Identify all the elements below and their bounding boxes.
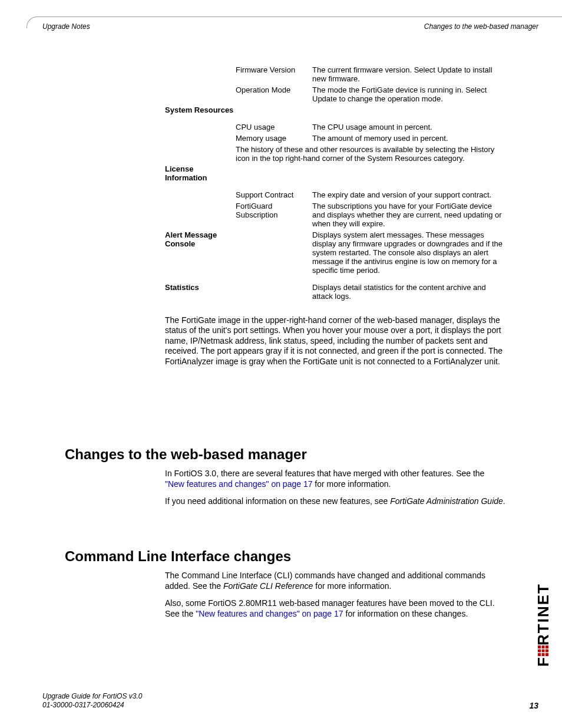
table-row: Operation Mode The mode the FortiGate de…: [165, 85, 506, 105]
header-right: Changes to the web-based manager: [424, 22, 538, 31]
text: for more information.: [312, 479, 391, 489]
text: .: [503, 496, 505, 506]
fortinet-logo: FRTINET: [535, 566, 551, 684]
section2-p2: Also, some FortiOS 2.80MR11 web-based ma…: [165, 598, 506, 619]
heading-license-info: License Information: [165, 164, 236, 184]
table-row: The history of these and other resources…: [165, 144, 506, 164]
label-firmware-version: Firmware Version: [236, 65, 312, 85]
text: for information on these changes.: [343, 609, 468, 618]
text: If you need additional information on th…: [165, 496, 390, 506]
desc-support-contract: The expiry date and version of your supp…: [312, 190, 506, 201]
svg-rect-3: [542, 653, 545, 656]
section1-p1: In FortiOS 3.0, there are several featur…: [165, 469, 506, 489]
desc-fortiguard: The subscriptions you have for your Fort…: [312, 201, 506, 230]
table-row: Statistics Displays detail statistics fo…: [165, 282, 506, 302]
heading-cli-changes: Command Line Interface changes: [65, 548, 291, 565]
svg-rect-7: [546, 650, 548, 653]
heading-statistics: Statistics: [165, 282, 236, 302]
label-support-contract: Support Contract: [236, 190, 312, 201]
label-memory-usage: Memory usage: [236, 133, 312, 144]
label-operation-mode: Operation Mode: [236, 85, 312, 105]
label-fortiguard: FortiGuard Subscription: [236, 201, 312, 230]
emphasis-cli-reference: FortiGate CLI Reference: [223, 581, 313, 591]
table-row: Alert Message Console Displays system al…: [165, 230, 506, 276]
table-row: System Resources: [165, 105, 506, 116]
section2-p1: The Command Line Interface (CLI) command…: [165, 571, 506, 591]
desc-operation-mode: The mode the FortiGate device is running…: [312, 85, 506, 105]
page-number: 13: [529, 701, 538, 710]
table-row: Support Contract The expiry date and ver…: [165, 190, 506, 201]
history-note: The history of these and other resources…: [236, 144, 506, 164]
desc-alert-console: Displays system alert messages. These me…: [312, 230, 506, 276]
svg-rect-6: [546, 653, 548, 656]
label-cpu-usage: CPU usage: [236, 122, 312, 133]
text: for more information.: [313, 581, 391, 591]
desc-firmware-version: The current firmware version. Select Upd…: [312, 65, 506, 85]
svg-rect-1: [538, 650, 541, 653]
emphasis-fortigate-admin-guide: FortiGate Administration Guide: [390, 496, 503, 506]
svg-rect-0: [538, 653, 541, 656]
svg-rect-8: [546, 645, 548, 648]
table-row: License Information: [165, 164, 506, 184]
post-table-paragraph: The FortiGate image in the upper-right-h…: [165, 315, 506, 367]
svg-rect-2: [538, 645, 541, 648]
heading-web-manager-changes: Changes to the web-based manager: [65, 446, 307, 463]
desc-cpu-usage: The CPU usage amount in percent.: [312, 122, 506, 133]
table-row: CPU usage The CPU usage amount in percen…: [165, 122, 506, 133]
desc-memory-usage: The amount of memory used in percent.: [312, 133, 506, 144]
page-footer: Upgrade Guide for FortiOS v3.0 01-30000-…: [42, 692, 538, 710]
page-header: Upgrade Notes Changes to the web-based m…: [42, 22, 538, 31]
desc-statistics: Displays detail statistics for the conte…: [312, 282, 506, 302]
table-row: FortiGuard Subscription The subscription…: [165, 201, 506, 230]
table-row: Memory usage The amount of memory used i…: [165, 133, 506, 144]
text: In FortiOS 3.0, there are several featur…: [165, 469, 484, 478]
heading-system-resources: System Resources: [165, 105, 236, 116]
footer-title: Upgrade Guide for FortiOS v3.0: [42, 692, 142, 701]
section1-p2: If you need additional information on th…: [165, 496, 506, 507]
table-row: Firmware Version The current firmware ve…: [165, 65, 506, 85]
link-new-features-1[interactable]: "New features and changes" on page 17: [165, 479, 312, 489]
header-left: Upgrade Notes: [42, 22, 90, 31]
svg-rect-5: [542, 645, 545, 648]
definitions-table: Firmware Version The current firmware ve…: [165, 65, 506, 302]
heading-alert-console: Alert Message Console: [165, 230, 236, 276]
footer-docid: 01-30000-0317-20060424: [42, 701, 142, 710]
svg-rect-4: [542, 650, 545, 653]
link-new-features-2[interactable]: "New features and changes" on page 17: [196, 609, 343, 618]
